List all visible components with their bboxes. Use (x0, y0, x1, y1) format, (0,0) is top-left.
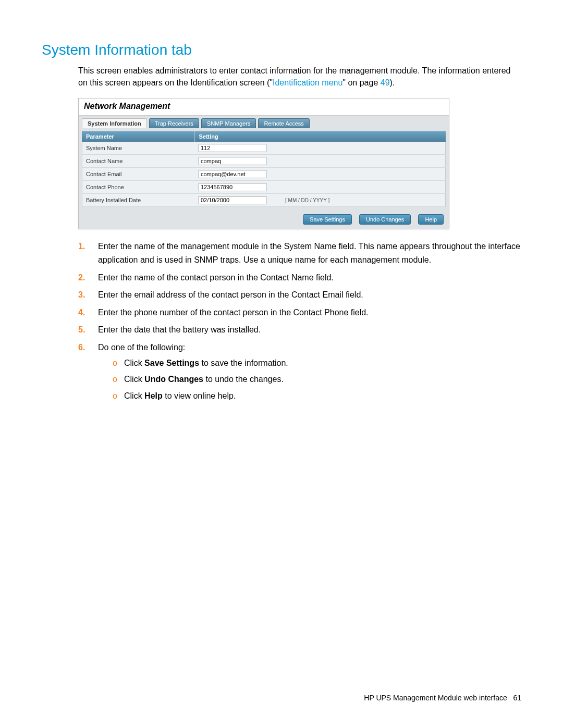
tab-snmp-managers[interactable]: SNMP Managers (201, 118, 256, 128)
page-ref-link[interactable]: 49 (381, 78, 390, 87)
table-row: Contact Email (82, 168, 446, 181)
tabs-row: System Information Trap Receivers SNMP M… (79, 116, 449, 128)
step-2: Enter the name of the contact person in … (78, 271, 521, 285)
contact-name-input[interactable] (199, 157, 266, 165)
identification-menu-link[interactable]: Identification menu (273, 78, 342, 87)
system-name-input[interactable] (199, 144, 266, 152)
table-row: System Name (82, 142, 446, 155)
instruction-list: Enter the name of the management module … (78, 240, 521, 402)
page-footer: HP UPS Management Module web interface 6… (364, 694, 521, 702)
step-6-text: Do one of the following: (98, 343, 185, 352)
hint-cell (281, 168, 446, 181)
step-6-sublist: Click Save Settings to save the informat… (98, 354, 521, 403)
battery-date-input[interactable] (199, 196, 266, 204)
substep-bold: Help (144, 391, 163, 400)
param-label: Contact Email (82, 168, 194, 181)
hint-cell (281, 155, 446, 168)
action-bar: Save Settings Undo Changes Help (79, 210, 449, 229)
step-6: Do one of the following: Click Save Sett… (78, 341, 521, 402)
settings-table: Parameter Setting System Name Contact Na… (82, 131, 446, 207)
undo-changes-button[interactable]: Undo Changes (359, 214, 411, 225)
table-row: Contact Phone (82, 181, 446, 194)
intro-paragraph: This screen enables administrators to en… (78, 65, 521, 89)
substep-help: Click Help to view online help. (113, 389, 521, 403)
network-management-screenshot: Network Management System Information Tr… (78, 98, 449, 229)
step-5: Enter the date that the battery was inst… (78, 323, 521, 337)
step-1: Enter the name of the management module … (78, 240, 521, 266)
table-row: Battery Installed Date [ MM / DD / YYYY … (82, 194, 446, 207)
substep-text: Click (124, 391, 144, 400)
substep-bold: Undo Changes (144, 375, 203, 384)
intro-text-2: " on page (342, 78, 380, 87)
param-label: Battery Installed Date (82, 194, 194, 207)
tab-system-information[interactable]: System Information (82, 118, 147, 128)
contact-phone-input[interactable] (199, 183, 266, 191)
step-3: Enter the email address of the contact p… (78, 288, 521, 302)
header-parameter: Parameter (82, 131, 194, 142)
footer-text: HP UPS Management Module web interface (364, 694, 507, 702)
step-4: Enter the phone number of the contact pe… (78, 306, 521, 319)
tab-remote-access[interactable]: Remote Access (258, 118, 309, 128)
footer-page-number: 61 (513, 694, 521, 702)
contact-email-input[interactable] (199, 170, 266, 178)
table-row: Contact Name (82, 155, 446, 168)
substep-text: to view online help. (163, 391, 236, 400)
param-label: Contact Name (82, 155, 194, 168)
save-settings-button[interactable]: Save Settings (303, 214, 352, 225)
page-heading: System Information tab (42, 42, 521, 58)
help-button[interactable]: Help (418, 214, 444, 225)
substep-save: Click Save Settings to save the informat… (113, 356, 521, 370)
param-label: Contact Phone (82, 181, 194, 194)
param-label: System Name (82, 142, 194, 155)
date-format-hint: [ MM / DD / YYYY ] (281, 194, 446, 207)
substep-text: Click (124, 359, 144, 367)
substep-bold: Save Settings (144, 359, 199, 367)
header-setting: Setting (194, 131, 446, 142)
substep-text: to undo the changes. (203, 375, 284, 384)
hint-cell (281, 142, 446, 155)
substep-text: Click (124, 375, 144, 384)
hint-cell (281, 181, 446, 194)
substep-text: to save the information. (199, 359, 288, 367)
tab-trap-receivers[interactable]: Trap Receivers (149, 118, 199, 128)
intro-text-3: ). (390, 78, 395, 87)
screenshot-title: Network Management (79, 98, 449, 116)
substep-undo: Click Undo Changes to undo the changes. (113, 373, 521, 386)
